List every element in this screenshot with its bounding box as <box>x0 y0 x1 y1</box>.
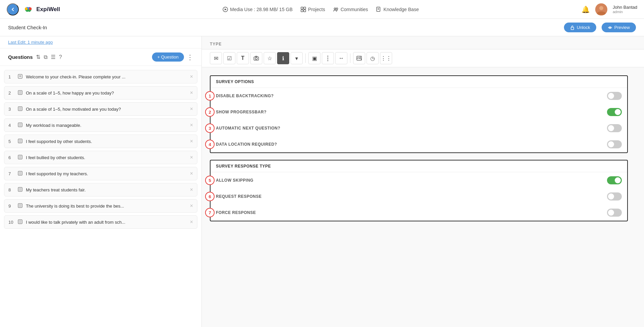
question-delete-icon[interactable]: × <box>190 219 193 225</box>
sub-header: Student Check-In Unlock Preview <box>0 19 644 36</box>
media-label: Media Use : 28.98 MB/ 15 GB <box>230 7 293 12</box>
option-toggle[interactable] <box>607 108 622 116</box>
option-toggle[interactable] <box>607 140 622 148</box>
options-section: SURVEY OPTIONS1DISABLE BACKTRACKING?2SHO… <box>210 75 628 153</box>
question-item[interactable]: 8 My teachers treat students fair. × <box>4 183 197 196</box>
toolbar-apps-icon[interactable]: ⋮⋮ <box>380 52 392 64</box>
toolbar-divider-2 <box>350 53 350 63</box>
question-type-icon <box>18 139 23 144</box>
more-options-button[interactable]: ⋮ <box>187 53 193 61</box>
svg-rect-16 <box>571 27 574 30</box>
question-delete-icon[interactable]: × <box>190 154 193 160</box>
toolbar-text-icon[interactable]: T <box>237 52 249 64</box>
option-step-wrapper: 5ALLOW SKIPPING <box>211 172 627 188</box>
nav-communities[interactable]: Communities <box>333 7 368 12</box>
question-item[interactable]: 9 The university is doing its best to pr… <box>4 199 197 213</box>
svg-point-1 <box>25 7 28 10</box>
question-delete-icon[interactable]: × <box>190 171 193 177</box>
question-type-icon <box>18 219 23 225</box>
section-title: SURVEY RESPONSE TYPE <box>211 160 627 172</box>
knowledge-base-label: Knowledge Base <box>383 7 419 12</box>
step-number: 6 <box>205 192 215 201</box>
question-item[interactable]: 2 On a scale of 1–5, how happy are you t… <box>4 86 197 100</box>
option-label: ALLOW SKIPPING <box>216 178 607 183</box>
unlock-button[interactable]: Unlock <box>564 23 596 32</box>
unlock-label: Unlock <box>577 25 590 30</box>
question-type-icon <box>18 106 23 112</box>
option-toggle[interactable] <box>607 209 622 217</box>
option-toggle[interactable] <box>607 124 622 132</box>
question-delete-icon[interactable]: × <box>190 106 193 112</box>
svg-rect-7 <box>301 10 303 12</box>
question-text: My teachers treat students fair. <box>26 187 187 192</box>
toolbar-arrow-icon[interactable]: ↔ <box>335 52 347 64</box>
question-text: My workload is manageable. <box>26 123 187 128</box>
step-number: 4 <box>205 140 215 149</box>
notification-bell[interactable]: 🔔 <box>581 5 590 13</box>
right-panel: TYPE ✉ ☑ T ☆ ℹ ▾ ▣ ┆ ↔ ◷ ⋮⋮ SURVEY OPTIO… <box>202 36 644 327</box>
question-type-icon <box>18 203 23 209</box>
question-type-icon <box>18 122 23 128</box>
question-item[interactable]: 3 On a scale of 1–5, how motivated are y… <box>4 102 197 116</box>
toolbar-grid-icon[interactable]: ▣ <box>308 52 320 64</box>
question-text: On a scale of 1–5, how motivated are you… <box>26 107 187 112</box>
question-item[interactable]: 1 Welcome to your check-in. Please compl… <box>4 70 197 83</box>
option-step-wrapper: 6REQUEST RESPONSE <box>211 188 627 205</box>
svg-point-10 <box>336 8 338 9</box>
question-delete-icon[interactable]: × <box>190 203 193 209</box>
question-text: I feel supported by other students. <box>26 139 187 144</box>
option-toggle[interactable] <box>607 176 622 184</box>
add-question-button[interactable]: + Question <box>152 52 184 62</box>
question-delete-icon[interactable]: × <box>190 90 193 96</box>
svg-marker-4 <box>225 8 227 10</box>
question-number: 6 <box>8 155 14 160</box>
top-nav: ExpiWell Media Use : 28.98 MB/ 15 GB Pro… <box>0 0 644 19</box>
question-number: 3 <box>8 107 14 112</box>
option-toggle[interactable] <box>607 192 622 201</box>
toolbar-email-icon[interactable]: ✉ <box>210 52 222 64</box>
nav-media[interactable]: Media Use : 28.98 MB/ 15 GB <box>223 7 293 12</box>
questions-title: Questions <box>8 54 33 60</box>
option-step-wrapper: 2SHOW PROGRESSBAR? <box>211 104 627 120</box>
toolbar-camera-icon[interactable] <box>250 52 262 64</box>
type-header: TYPE <box>202 36 644 49</box>
question-delete-icon[interactable]: × <box>190 122 193 128</box>
help-icon[interactable]: ? <box>59 54 62 60</box>
last-edit[interactable]: Last Edit: 1 minute ago <box>0 36 201 48</box>
question-delete-icon[interactable]: × <box>190 138 193 144</box>
question-number: 5 <box>8 139 14 144</box>
toolbar-star-icon[interactable]: ☆ <box>264 52 276 64</box>
toolbar-checkbox-icon[interactable]: ☑ <box>223 52 235 64</box>
question-item[interactable]: 6 I feel bullied by other students. × <box>4 151 197 164</box>
logo: ExpiWell <box>23 4 60 15</box>
svg-point-58 <box>255 58 257 60</box>
question-delete-icon[interactable]: × <box>190 74 193 80</box>
sort-icon[interactable]: ⇅ <box>36 54 40 60</box>
question-item[interactable]: 5 I feel supported by other students. × <box>4 135 197 148</box>
nav-projects[interactable]: Projects <box>301 7 325 12</box>
toolbar-image-icon[interactable] <box>353 52 365 64</box>
question-number: 9 <box>8 204 14 209</box>
question-item[interactable]: 10 I would like to talk privately with a… <box>4 215 197 229</box>
section-title: SURVEY OPTIONS <box>211 76 627 88</box>
add-question-label: + Question <box>157 54 179 60</box>
type-toolbar: ✉ ☑ T ☆ ℹ ▾ ▣ ┆ ↔ ◷ ⋮⋮ <box>202 49 644 67</box>
avatar[interactable] <box>595 3 607 15</box>
svg-point-17 <box>609 27 611 28</box>
copy-icon[interactable]: ⧉ <box>44 54 47 60</box>
toolbar-clock-icon[interactable]: ◷ <box>367 52 379 64</box>
toolbar-info-icon[interactable]: ℹ <box>277 52 289 64</box>
question-item[interactable]: 4 My workload is manageable. × <box>4 118 197 132</box>
toolbar-dropdown-icon[interactable]: ▾ <box>291 52 303 64</box>
option-row: 6REQUEST RESPONSE <box>211 188 627 205</box>
back-button[interactable] <box>7 3 19 15</box>
preview-button[interactable]: Preview <box>602 23 636 32</box>
toolbar-separator-icon[interactable]: ┆ <box>322 52 334 64</box>
option-toggle[interactable] <box>607 92 622 100</box>
question-item[interactable]: 7 I feel supported by my teachers. × <box>4 167 197 180</box>
user-info: John Bantad admin <box>613 5 637 14</box>
list-icon[interactable]: ☰ <box>51 54 55 60</box>
question-delete-icon[interactable]: × <box>190 187 193 193</box>
nav-knowledge-base[interactable]: Knowledge Base <box>376 7 419 12</box>
option-step-wrapper: 3AUTOMATIC NEXT QUESTION? <box>211 120 627 136</box>
